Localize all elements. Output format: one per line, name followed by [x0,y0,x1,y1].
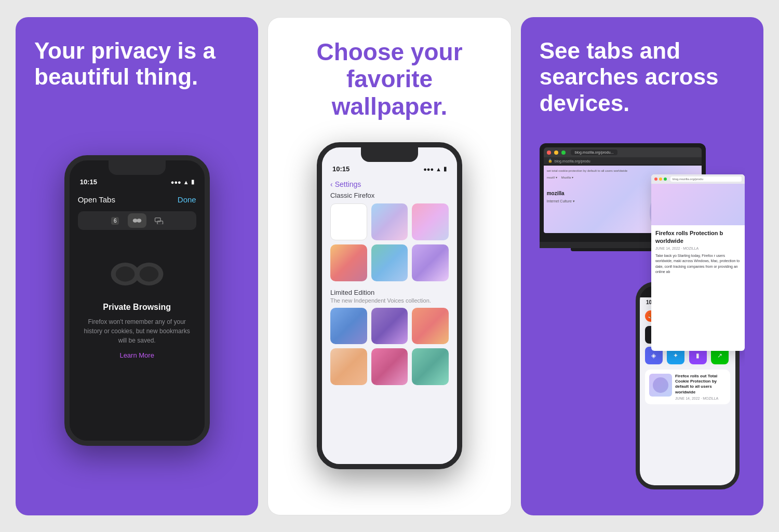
open-tabs-label: Open Tabs [78,195,115,204]
wallpaper-thumb-4[interactable] [330,244,367,281]
wifi-icon-2: ▲ [436,166,441,172]
tab-synced[interactable] [150,213,168,228]
panel-wallpaper: Choose your favorite wallpaper. 10:15 ●●… [267,17,511,515]
battery-icon: ▮ [191,179,194,185]
wallpaper-thumb-8[interactable] [371,308,408,345]
tab-private[interactable] [128,213,146,228]
phone-mockup-wallpaper: 10:15 ●●● ▲ ▮ ‹ Settings Classic Firefox [317,142,462,469]
wallpaper-thumb-7[interactable] [330,308,367,345]
status-bar-2: 10:15 ●●● ▲ ▮ [322,162,457,176]
sync-headline: See tabs and searches across devices. [540,38,745,117]
article-panel: blog.mozilla.org/produ Firefox rolls Pro… [651,174,745,351]
article-main-body: Take back yo Starting today, Firefox r u… [655,253,741,275]
browser-tabs: blog.mozilla.org/produ... [544,147,702,157]
news-date: JUNE 14, 2022 · MOZILLA [675,397,726,400]
time-display-2: 10:15 [332,165,350,173]
tabs-switcher: 6 [78,211,196,230]
wifi-icon: ▲ [183,179,189,185]
wallpaper-thumb-10[interactable] [330,348,367,385]
sync-icon [154,217,164,224]
wallpaper-thumb-3[interactable] [412,203,449,240]
svg-rect-2 [136,220,139,222]
wallpaper-thumb-9[interactable] [412,308,449,345]
classic-wallpaper-grid [330,203,449,281]
status-bar: 10:15 ●●● ▲ ▮ [70,175,205,189]
learn-more-link[interactable]: Learn More [119,351,154,359]
browser-tab-active[interactable]: blog.mozilla.org/produ... [571,149,618,155]
settings-label: Settings [335,180,361,188]
mask-small-icon [132,217,142,224]
news-thumbnail [649,374,672,397]
news-card-inner: Firefox rolls out Total Cookie Protectio… [649,374,726,401]
panels-container: Your privacy is a beautiful thing. 10:15… [16,17,763,515]
news-card: Firefox rolls out Total Cookie Protectio… [645,370,730,405]
browser-address-bar: 🔒 blog.mozilla.org/produ [544,157,702,165]
article-main-title: Firefox rolls Protection b worldwide [655,229,741,244]
phone-notch [109,160,166,175]
status-icons-2: ●●● ▲ ▮ [423,166,447,172]
private-browsing-title: Private Browsing [103,303,171,312]
limited-edition-sub: The new Independent Voices collection. [330,297,449,304]
browser-mozilla-link2: Mozilla ▾ [561,175,573,180]
browser-article-headline: mozilla [547,190,620,197]
status-icons: ●●● ▲ ▮ [171,179,194,185]
private-mask-icon [109,256,166,292]
browser-nav-links: mozill ▾ Mozilla ▾ [547,175,627,180]
devices-scene: blog.mozilla.org/produ... 🔒 blog.mozilla… [540,133,745,494]
article-url-bar: blog.mozilla.org/produ [670,176,742,182]
phone-notch-2 [361,147,418,162]
private-browsing-desc: Firefox won't remember any of your histo… [78,317,196,345]
wallpaper-thumb-1[interactable] [330,203,367,240]
browser-content-text: set total-cookie-protection by default t… [547,169,627,204]
svg-point-8 [115,266,135,281]
browser-line-1: set total-cookie-protection by default t… [547,169,627,173]
phone-content-light: ‹ Settings Classic Firefox Limited Editi… [322,176,457,464]
signal-icon-2: ●●● [423,166,434,172]
article-browser-chrome: blog.mozilla.org/produ [651,174,745,184]
article-min-btn[interactable] [659,178,662,181]
article-close-btn[interactable] [654,178,657,181]
panel-sync: See tabs and searches across devices. bl… [521,17,763,515]
done-button[interactable]: Done [178,195,196,204]
battery-icon-2: ▮ [444,166,447,172]
lock-icon: 🔒 [548,159,553,163]
window-close-btn[interactable] [547,151,551,155]
time-display: 10:15 [80,178,97,186]
wallpaper-thumb-5[interactable] [371,244,408,281]
phone-mockup-privacy: 10:15 ●●● ▲ ▮ Open Tabs Done 6 [64,155,210,446]
limited-edition-title: Limited Edition [330,289,449,296]
wallpaper-thumb-12[interactable] [412,348,449,385]
article-text-content: Firefox rolls Protection b worldwide JUN… [651,225,745,279]
article-main-date: JUNE 14, 2022 · MOZILLA [655,247,741,250]
url-text: blog.mozilla.org/produ [555,159,590,163]
window-minimize-btn[interactable] [554,151,558,155]
window-maximize-btn[interactable] [561,151,566,155]
svg-point-9 [139,266,158,281]
back-chevron-icon: ‹ [330,180,333,188]
article-hero-image [651,184,745,225]
wallpaper-thumb-11[interactable] [371,348,408,385]
wallpaper-headline: Choose your favorite wallpaper. [287,38,492,121]
wallpaper-thumb-2[interactable] [371,203,408,240]
signal-icon: ●●● [171,179,181,185]
tab-count-badge: 6 [111,217,119,225]
settings-back[interactable]: ‹ Settings [330,180,449,188]
wallpaper-thumb-6[interactable] [412,244,449,281]
news-thumb-decoration [653,377,668,393]
tabs-header: Open Tabs Done [78,195,196,204]
browser-mozilla-link: mozill ▾ [547,175,557,180]
panel-privacy: Your privacy is a beautiful thing. 10:15… [16,17,258,515]
tab-numbered[interactable]: 6 [106,213,125,228]
limited-wallpaper-grid [330,308,449,385]
news-title: Firefox rolls out Total Cookie Protectio… [675,374,726,395]
browser-article-sub: Internet Culture ▾ [547,199,609,204]
privacy-headline: Your privacy is a beautiful thing. [34,38,239,90]
phone-content-dark: Open Tabs Done 6 [70,189,205,441]
classic-section-title: Classic Firefox [330,192,449,199]
news-text: Firefox rolls out Total Cookie Protectio… [675,374,726,401]
article-max-btn[interactable] [664,178,667,181]
